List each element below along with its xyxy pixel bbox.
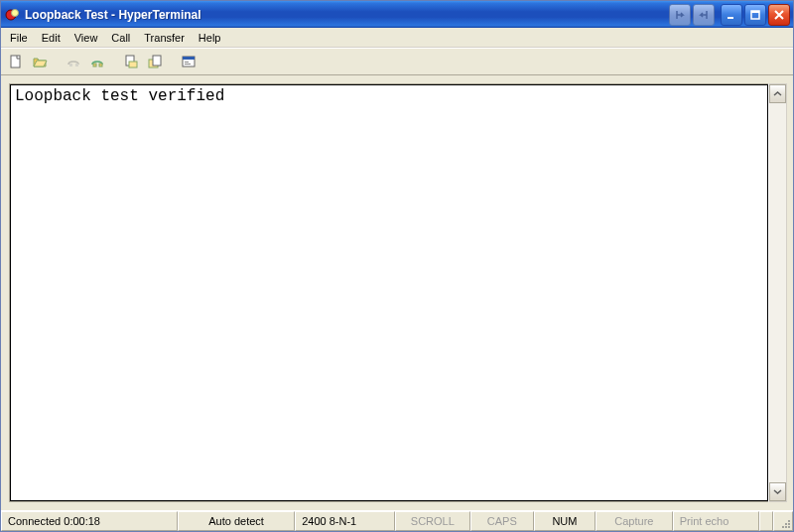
connect-icon (66, 54, 81, 69)
svg-point-22 (785, 523, 787, 525)
scroll-up-button[interactable] (769, 84, 786, 103)
resize-grip[interactable] (773, 511, 793, 531)
svg-point-23 (788, 520, 790, 522)
terminal-frame: Loopback test verified (9, 83, 768, 502)
scroll-down-button[interactable] (769, 482, 786, 501)
app-icon (5, 7, 21, 23)
scroll-track[interactable] (769, 103, 786, 482)
status-capture: Capture (596, 511, 673, 531)
terminal-output: Loopback test verified (15, 85, 763, 105)
svg-point-1 (12, 9, 19, 16)
svg-rect-16 (185, 62, 189, 63)
menu-edit[interactable]: Edit (35, 30, 67, 46)
chevron-down-icon (773, 487, 782, 496)
status-port-settings: 2400 8-N-1 (295, 511, 395, 531)
status-spacer (759, 511, 773, 531)
properties-button[interactable] (178, 51, 199, 72)
svg-point-19 (785, 526, 787, 528)
vertical-scrollbar[interactable] (768, 83, 787, 502)
minimize-button[interactable] (721, 4, 742, 26)
titlebar[interactable]: Loopback Test - HyperTerminal (1, 1, 793, 28)
svg-point-20 (782, 526, 784, 528)
status-connection: Connected 0:00:18 (1, 511, 178, 531)
svg-rect-11 (129, 62, 137, 67)
chevron-up-icon (773, 89, 782, 98)
svg-rect-9 (99, 64, 102, 66)
send-icon (123, 54, 139, 69)
open-icon (32, 54, 48, 69)
resize-grip-icon (779, 517, 791, 529)
svg-rect-7 (75, 64, 78, 66)
receive-button[interactable] (144, 51, 166, 72)
new-icon (8, 54, 24, 69)
svg-rect-15 (183, 57, 195, 60)
svg-rect-17 (185, 64, 191, 65)
menu-view[interactable]: View (67, 30, 105, 46)
svg-rect-6 (69, 64, 72, 66)
status-caps: CAPS (470, 511, 534, 531)
menu-help[interactable]: Help (192, 30, 228, 46)
window-title: Loopback Test - HyperTerminal (25, 8, 201, 22)
properties-icon (181, 54, 197, 69)
receive-icon (147, 54, 163, 69)
client-area: Loopback test verified (1, 75, 793, 504)
disconnect-button[interactable] (86, 51, 108, 72)
open-button[interactable] (29, 51, 51, 72)
svg-rect-2 (728, 17, 733, 19)
maximize-button[interactable] (744, 4, 766, 26)
send-button[interactable] (120, 51, 142, 72)
svg-rect-4 (751, 11, 759, 13)
terminal[interactable]: Loopback test verified (10, 84, 768, 501)
dock-right-button[interactable] (693, 4, 715, 26)
svg-rect-13 (153, 56, 161, 66)
statusbar: Connected 0:00:18 Auto detect 2400 8-N-1… (1, 510, 793, 531)
menubar: File Edit View Call Transfer Help (1, 28, 793, 48)
menu-file[interactable]: File (3, 30, 35, 46)
connect-button[interactable] (63, 51, 84, 72)
svg-point-21 (788, 523, 790, 525)
toolbar (1, 48, 793, 75)
svg-rect-5 (11, 56, 20, 67)
menu-call[interactable]: Call (104, 30, 137, 46)
disconnect-icon (89, 54, 105, 69)
menu-transfer[interactable]: Transfer (137, 30, 192, 46)
status-scroll: SCROLL (395, 511, 470, 531)
close-button[interactable] (768, 4, 790, 26)
status-print-echo: Print echo (673, 511, 759, 531)
status-num: NUM (534, 511, 596, 531)
svg-rect-8 (93, 64, 96, 66)
status-autodetect: Auto detect (178, 511, 295, 531)
new-button[interactable] (5, 51, 27, 72)
dock-left-button[interactable] (669, 4, 691, 26)
svg-point-18 (788, 526, 790, 528)
hyperterminal-window: Loopback Test - HyperTerminal File Edit … (0, 0, 794, 532)
